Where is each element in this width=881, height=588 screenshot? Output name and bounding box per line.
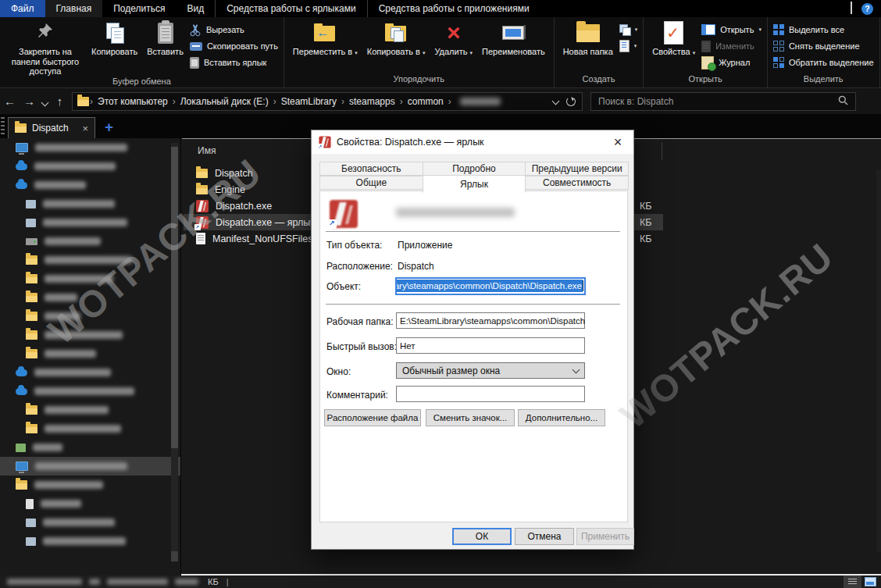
ribbon-tab-application-tools[interactable]: Средства работы с приложениями — [367, 0, 540, 17]
breadcrumb-item[interactable]: Локальный диск (E:) — [177, 96, 273, 107]
new-folder-button[interactable]: Новая папка — [558, 18, 618, 57]
sidebar-item[interactable] — [0, 157, 180, 176]
ok-button[interactable]: ОК — [452, 528, 512, 545]
column-header-name[interactable]: Имя — [198, 145, 216, 156]
sidebar-item[interactable] — [0, 476, 180, 494]
pin-to-quick-access-button[interactable]: Закрепить на панели быстрого доступа — [4, 18, 87, 77]
ribbon-tab-home[interactable]: Главная — [45, 0, 103, 17]
sidebar-item[interactable] — [0, 288, 180, 307]
dialog-tab[interactable]: Предыдущие версии — [525, 162, 629, 176]
forward-button[interactable]: → — [20, 94, 39, 108]
breadcrumb-item[interactable]: common — [404, 96, 448, 107]
dialog-tab[interactable]: Совместимость — [525, 176, 629, 190]
sidebar-item[interactable] — [0, 401, 180, 419]
select-none-button[interactable]: Снять выделение — [773, 40, 874, 52]
column-divider[interactable] — [662, 142, 662, 160]
dialog-close-button[interactable]: × — [609, 134, 626, 150]
ribbon-tab-shortcut-tools[interactable]: Средства работы с ярлыками — [215, 0, 366, 17]
dialog-tab[interactable]: Ярлык — [423, 175, 526, 193]
paste-button[interactable]: Вставить — [142, 18, 188, 57]
collapse-ribbon-button[interactable] — [851, 3, 852, 14]
target-input[interactable]: brary\steamapps\common\Dispatch\Dispatch… — [395, 277, 586, 295]
new-tab-button[interactable]: + — [105, 119, 113, 135]
advanced-button[interactable]: Дополнительно... — [518, 409, 605, 426]
copy-button[interactable]: Копировать — [87, 18, 142, 57]
sidebar-item[interactable] — [0, 438, 180, 457]
cancel-button[interactable]: Отмена — [515, 528, 574, 545]
comment-input[interactable] — [396, 386, 585, 402]
invert-selection-button[interactable]: Обратить выделение — [773, 56, 874, 69]
workdir-input[interactable]: E:\SteamLibrary\steamapps\common\Dispatc… — [396, 312, 585, 329]
copy-to-button[interactable]: Копировать в ▾ — [362, 18, 430, 57]
ribbon-tab-share[interactable]: Поделиться — [102, 0, 176, 17]
ribbon-group-new: Новая папка▾▾Создать — [555, 17, 644, 87]
ribbon-group-open: Свойства ▾Открыть▾ИзменитьЖурналОткрыть — [644, 17, 768, 87]
sidebar-scrollbar[interactable] — [171, 143, 178, 561]
breadcrumb-item[interactable]: steamapps — [345, 96, 399, 107]
sidebar-item[interactable] — [0, 326, 180, 344]
dialog-tab[interactable]: Безопасность — [319, 162, 423, 176]
breadcrumb-item-blurred[interactable] — [460, 98, 501, 105]
sidebar-item[interactable] — [0, 363, 180, 382]
breadcrumb-item[interactable]: Этот компьютер — [94, 96, 172, 107]
cut-button[interactable]: Вырезать — [190, 23, 278, 36]
cut-icon — [190, 23, 202, 36]
sidebar-item[interactable] — [0, 194, 180, 213]
blurred-label — [45, 406, 109, 414]
file-pane-scrollbar[interactable] — [876, 169, 881, 552]
open-button[interactable]: Открыть▾ — [701, 23, 762, 36]
hotkey-input[interactable]: Нет — [396, 337, 585, 354]
search-input[interactable]: Поиск в: Dispatch — [598, 96, 673, 107]
up-button[interactable]: ↑ — [50, 94, 70, 108]
paste-shortcut-button[interactable]: Вставить ярлык — [190, 56, 278, 69]
sidebar-item[interactable] — [0, 457, 180, 476]
ribbon-tab-file[interactable]: Файл — [0, 0, 45, 17]
dialog-tab[interactable]: Общие — [319, 176, 423, 190]
properties-button[interactable]: Свойства ▾ — [647, 18, 700, 57]
new-item-button[interactable]: ▾ — [619, 23, 638, 36]
rename-button[interactable]: Переименовать — [477, 18, 550, 57]
sidebar-item[interactable] — [0, 138, 180, 157]
dialog-title-bar[interactable]: Свойства: Dispatch.exe — ярлык × — [312, 130, 633, 154]
sidebar-item[interactable] — [0, 269, 180, 288]
breadcrumb[interactable]: ›Этот компьютер›Локальный диск (E:)›Stea… — [72, 92, 583, 111]
sidebar-item[interactable] — [0, 176, 180, 194]
refresh-icon[interactable] — [566, 97, 576, 106]
blurred-label — [34, 369, 111, 376]
sidebar-item[interactable] — [0, 513, 180, 532]
change-icon-button[interactable]: Сменить значок... — [426, 409, 515, 426]
recent-locations-button[interactable] — [39, 94, 50, 108]
sidebar-item[interactable] — [0, 419, 180, 438]
breadcrumb-item[interactable]: SteamLibrary — [277, 96, 341, 107]
search-box[interactable]: Поиск в: Dispatch — [590, 92, 856, 111]
easy-access-button[interactable]: ▾ — [619, 40, 638, 52]
sidebar-item[interactable] — [0, 232, 180, 251]
select-all-button[interactable]: Выделить все — [773, 23, 874, 36]
history-button[interactable]: Журнал — [701, 56, 762, 69]
sidebar-item[interactable] — [0, 213, 180, 232]
sidebar-item[interactable] — [0, 251, 180, 269]
move-to-button[interactable]: ←Переместить в ▾ — [288, 18, 362, 57]
apply-button[interactable]: Применить — [576, 528, 634, 545]
tab-close-button[interactable]: × — [82, 123, 88, 134]
chevron-down-icon[interactable] — [552, 98, 560, 105]
sidebar-item[interactable] — [0, 344, 180, 363]
details-view-button[interactable] — [844, 576, 861, 588]
file-location-button[interactable]: Расположение файла — [324, 409, 421, 426]
help-button[interactable]: ? — [861, 3, 873, 15]
sidebar-item[interactable] — [0, 307, 180, 326]
sidebar-item[interactable] — [0, 532, 180, 551]
dialog-tab[interactable]: Подробно — [423, 162, 526, 176]
window-mode-select[interactable]: Обычный размер окна — [396, 362, 585, 379]
copy-path-button[interactable]: Скопировать путь — [190, 40, 278, 52]
sidebar-item[interactable] — [0, 382, 180, 401]
ribbon-group-label: Буфер обмена — [4, 77, 280, 87]
select-all-icon — [773, 24, 784, 35]
delete-button[interactable]: ×Удалить ▾ — [430, 18, 477, 57]
back-button[interactable]: ← — [0, 94, 20, 108]
sidebar-item[interactable] — [0, 494, 180, 513]
thumbnail-view-button[interactable] — [861, 576, 879, 588]
explorer-tab-dispatch[interactable]: Dispatch × — [8, 117, 95, 138]
edit-button[interactable]: Изменить — [701, 40, 762, 52]
ribbon-tab-view[interactable]: Вид — [176, 0, 215, 17]
